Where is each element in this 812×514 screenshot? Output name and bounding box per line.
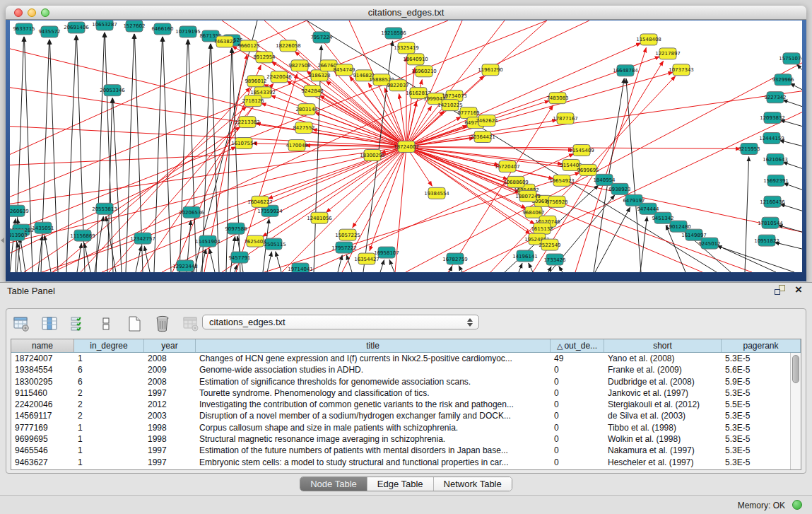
select-all-icon[interactable]: [69, 315, 87, 333]
graph-node[interactable]: 15751074: [779, 53, 802, 64]
graph-node[interactable]: 9699695: [577, 164, 599, 175]
graph-node[interactable]: 10653287: [92, 21, 117, 30]
table-options-icon[interactable]: [12, 315, 30, 333]
graph-node[interactable]: 20206536: [179, 206, 204, 218]
graph-node[interactable]: 16210643: [763, 153, 788, 165]
graph-node[interactable]: 9633715: [13, 23, 35, 35]
graph-node[interactable]: 19384554: [424, 187, 449, 199]
graph-node[interactable]: 1435051: [32, 222, 54, 233]
tab-edge-table[interactable]: Edge Table: [367, 477, 434, 491]
table-row[interactable]: 969969511998Structural magnetic resonanc…: [11, 433, 801, 445]
graph-node[interactable]: 19654923: [549, 175, 575, 186]
graph-node[interactable]: 15692391: [763, 175, 789, 186]
scrollbar-thumb[interactable]: [792, 355, 799, 383]
graph-node[interactable]: 9242848: [301, 86, 323, 97]
window-titlebar[interactable]: citations_edges.txt: [6, 6, 806, 20]
column-visibility-icon[interactable]: [40, 315, 59, 333]
graph-node[interactable]: 9457791: [228, 252, 250, 263]
graph-node[interactable]: 13325419: [394, 42, 419, 54]
graph-node[interactable]: 1615132: [531, 223, 553, 234]
graph-node[interactable]: 18300295: [360, 149, 385, 160]
graph-node[interactable]: 14196141: [512, 250, 538, 262]
table-select-dropdown[interactable]: citations_edges.txt: [202, 315, 479, 329]
table-row[interactable]: 1456911722003Disruption of a novel membe…: [11, 410, 801, 421]
graph-node[interactable]: 2718126: [242, 95, 264, 107]
column-header-pagerank[interactable]: pagerank: [722, 339, 801, 352]
panel-collapse-arrow-icon[interactable]: [1, 238, 4, 243]
graph-node[interactable]: 7483083: [546, 93, 568, 104]
minimize-window-icon[interactable]: [28, 8, 36, 17]
table-row[interactable]: 946362711997Embryonic stem cells: a mode…: [11, 457, 801, 468]
graph-node[interactable]: 22420046: [266, 71, 292, 83]
column-header-year[interactable]: year: [144, 339, 196, 352]
graph-node[interactable]: 9329966: [772, 74, 794, 86]
new-table-icon[interactable]: [125, 315, 143, 333]
graph-node[interactable]: 1733426: [543, 254, 565, 265]
graph-node[interactable]: 1527602: [123, 21, 145, 32]
graph-node[interactable]: 16648784: [613, 65, 638, 76]
graph-node[interactable]: 8938923: [608, 183, 630, 194]
graph-node[interactable]: 4170048: [286, 140, 307, 151]
clear-selection-icon[interactable]: [97, 315, 115, 333]
delete-column-icon[interactable]: [153, 315, 172, 333]
graph-node[interactable]: 18640910: [403, 54, 428, 65]
graph-node[interactable]: 8427552: [293, 122, 314, 134]
graph-node[interactable]: 11156869: [70, 230, 95, 241]
float-panel-icon[interactable]: [775, 285, 785, 295]
graph-node[interactable]: 19714041: [288, 263, 313, 272]
column-header-out-de-[interactable]: △out_de...: [551, 339, 604, 352]
graph-node[interactable]: 9827508: [288, 60, 310, 71]
graph-node[interactable]: 16782759: [442, 253, 468, 264]
column-header-short[interactable]: short: [604, 339, 722, 352]
zoom-window-icon[interactable]: [41, 8, 49, 17]
graph-node[interactable]: 9660123: [237, 40, 259, 52]
tab-node-table[interactable]: Node Table: [300, 477, 367, 491]
graph-node[interactable]: 2522549: [539, 239, 560, 250]
graph-node[interactable]: 2803144: [295, 104, 318, 115]
column-header-in-degree[interactable]: in_degree: [74, 339, 144, 352]
graph-node[interactable]: 9097588: [225, 223, 247, 234]
graph-node[interactable]: 9435572: [38, 26, 60, 37]
column-header-name[interactable]: name: [11, 339, 74, 352]
graph-node[interactable]: 7625403: [244, 235, 266, 247]
table-row[interactable]: 946554611997Estimation of the future num…: [11, 445, 801, 456]
graph-node[interactable]: 12217897: [655, 48, 681, 59]
close-panel-icon[interactable]: ×: [795, 285, 802, 295]
table-row[interactable]: 2242004622012Investigating the contribut…: [11, 399, 801, 410]
network-canvas[interactable]: 9633715943557220691406106532871527602646…: [10, 21, 802, 272]
graph-node[interactable]: 20691406: [64, 22, 89, 33]
graph-node[interactable]: 17877167: [553, 113, 578, 124]
graph-node[interactable]: 9822037: [387, 80, 408, 91]
table-row[interactable]: 977716911998Corpus callosum shape and si…: [11, 422, 801, 433]
graph-node[interactable]: 16107554: [231, 138, 257, 149]
graph-node[interactable]: 12160436: [760, 196, 785, 207]
graph-node[interactable]: 10951822: [754, 235, 779, 246]
graph-node[interactable]: 9245012: [698, 238, 720, 249]
graph-node[interactable]: 7463822: [213, 36, 235, 47]
delete-table-icon[interactable]: [182, 315, 200, 333]
table-row[interactable]: 1938455462009Genome-wide association stu…: [11, 364, 801, 375]
tab-network-table[interactable]: Network Table: [434, 477, 512, 491]
graph-node[interactable]: 15057225: [335, 229, 360, 240]
graph-node[interactable]: 11961290: [478, 64, 503, 76]
graph-node[interactable]: 9756928: [546, 196, 567, 207]
graph-node[interactable]: 12481056: [307, 212, 332, 223]
graph-node[interactable]: 9896012: [245, 76, 266, 87]
graph-node[interactable]: 20053346: [100, 85, 125, 96]
graph-node[interactable]: 7957224: [310, 32, 333, 43]
graph-node[interactable]: 3913903: [10, 229, 28, 240]
graph-node[interactable]: 8912954: [253, 52, 276, 63]
graph-node[interactable]: 10719195: [175, 26, 201, 37]
graph-node[interactable]: 21260639: [10, 205, 29, 216]
graph-node[interactable]: 7462624: [476, 115, 498, 127]
graph-node[interactable]: 10737343: [669, 64, 694, 76]
table-row[interactable]: 911546021997Tourette syndrome. Phenomeno…: [11, 387, 801, 399]
graph-node[interactable]: 19218586: [381, 28, 406, 39]
graph-node[interactable]: 6466160: [151, 23, 173, 35]
graph-node[interactable]: 12444159: [759, 133, 784, 144]
table-row[interactable]: 1830029562008Estimation of significance …: [11, 376, 801, 387]
table-row[interactable]: 1872400712008Changes of HCN gene express…: [11, 353, 801, 364]
graph-node[interactable]: 3215953: [738, 144, 760, 155]
graph-node[interactable]: 16960210: [411, 66, 437, 77]
column-header-title[interactable]: title: [196, 339, 551, 352]
